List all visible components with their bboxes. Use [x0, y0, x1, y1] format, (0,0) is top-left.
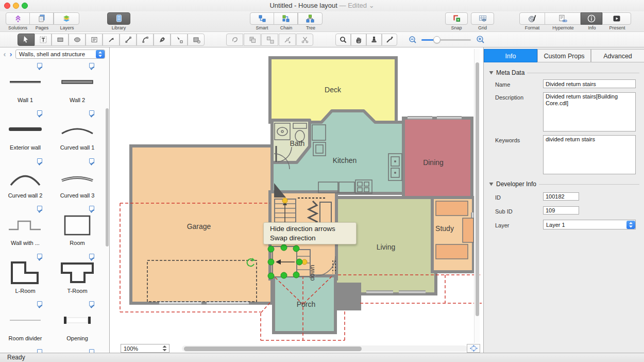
chain-button[interactable]: [274, 12, 298, 25]
text-tool[interactable]: [35, 34, 52, 46]
group-tool[interactable]: [244, 34, 261, 46]
developer-info-section-header[interactable]: Developer Info: [489, 180, 639, 188]
keywords-input[interactable]: divided return stairs: [543, 135, 636, 174]
tab-advanced[interactable]: Advanced: [591, 49, 644, 62]
canvas-zoom-select[interactable]: 100%: [121, 344, 170, 353]
rectangle-tool[interactable]: [52, 34, 69, 46]
tab-info[interactable]: Info: [484, 49, 537, 62]
pen-tool[interactable]: [154, 34, 171, 46]
item-checkbox[interactable]: [89, 63, 94, 68]
present-button[interactable]: [602, 12, 631, 25]
select-tool[interactable]: [18, 34, 35, 46]
item-checkbox[interactable]: [89, 349, 94, 353]
library-item-opening[interactable]: Opening: [53, 301, 102, 348]
library-item-wall-1[interactable]: Wall 1: [1, 63, 50, 109]
pan-view-button[interactable]: [467, 344, 480, 353]
layers-button[interactable]: [54, 12, 79, 25]
scissors-tool[interactable]: [296, 34, 313, 46]
item-checkbox[interactable]: [37, 254, 42, 259]
library-button[interactable]: [107, 12, 130, 25]
collapse-triangle-icon[interactable]: [489, 71, 494, 75]
pan-tool[interactable]: [351, 34, 366, 46]
description-input[interactable]: Divided return stairs[Building Core.cdl]: [543, 92, 636, 131]
menu-item-swap-direction[interactable]: Swap direction: [270, 234, 350, 243]
library-item-partial[interactable]: [53, 349, 102, 353]
grid-button[interactable]: [471, 12, 494, 25]
room-dining[interactable]: [403, 118, 472, 198]
arc-tool[interactable]: [137, 34, 154, 46]
meta-data-section-header[interactable]: Meta Data: [489, 69, 639, 76]
info-button[interactable]: [581, 12, 602, 25]
drawing-canvas[interactable]: Deck Bath Kitchen Dining Garage Study Li…: [110, 47, 483, 353]
library-item-curved-wall-3[interactable]: Curved wall 3: [53, 158, 102, 205]
subid-input[interactable]: [543, 206, 579, 215]
item-checkbox[interactable]: [37, 110, 42, 116]
zoom-tool[interactable]: [335, 34, 351, 46]
hypernote-icon: [557, 14, 568, 23]
library-item-exterior-wall[interactable]: Exterior wall: [1, 110, 50, 157]
stamp-tool[interactable]: [366, 34, 382, 46]
ungroup-tool[interactable]: [261, 34, 278, 46]
library-item-wall-2[interactable]: Wall 2: [53, 63, 102, 109]
item-checkbox[interactable]: [37, 158, 42, 163]
item-checkbox[interactable]: [89, 254, 94, 259]
item-checkbox[interactable]: [89, 206, 94, 211]
library-category-select[interactable]: Walls, shell and structure: [15, 50, 105, 59]
forward-chevron-icon[interactable]: ›: [8, 50, 14, 58]
line-tool[interactable]: [120, 34, 137, 46]
tab-custom-props[interactable]: Custom Props: [537, 49, 591, 62]
category-stepper-icon[interactable]: [96, 50, 105, 58]
name-input[interactable]: [543, 79, 636, 88]
format-button[interactable]: [519, 12, 545, 25]
arrow-tool[interactable]: [103, 34, 120, 46]
endpoint-handle[interactable]: [282, 198, 287, 203]
item-checkbox[interactable]: [89, 110, 94, 116]
zoom-out-icon[interactable]: [409, 36, 417, 44]
library-item-curved-wall-2[interactable]: Curved wall 2: [1, 158, 50, 205]
item-checkbox[interactable]: [37, 349, 42, 353]
layer-select[interactable]: Layer 1: [543, 220, 636, 229]
library-item-wall-with[interactable]: Wall with ...: [1, 206, 50, 252]
back-chevron-icon[interactable]: ‹: [2, 50, 8, 58]
stairs-direction-label: down: [308, 265, 316, 281]
item-checkbox[interactable]: [89, 158, 94, 163]
snap-button[interactable]: [445, 12, 468, 25]
horizontal-scrollbar-thumb[interactable]: [184, 347, 362, 351]
canvas-zoom-value: 100%: [121, 345, 162, 352]
freeform-tool[interactable]: [226, 34, 243, 46]
sidebar-scrollbar[interactable]: [106, 108, 109, 246]
chimney-block[interactable]: [334, 283, 361, 310]
id-input[interactable]: [543, 192, 579, 201]
library-item-curved-wall-1[interactable]: Curved wall 1: [53, 110, 102, 157]
zoom-stepper-icon[interactable]: [162, 345, 167, 352]
hypernote-button[interactable]: [545, 12, 581, 25]
library-item-t-room[interactable]: T-Room: [53, 254, 102, 300]
shape-connector-tool[interactable]: [188, 34, 205, 46]
item-checkbox[interactable]: [37, 63, 42, 68]
solutions-button[interactable]: [6, 12, 30, 25]
eyedropper-tool[interactable]: [382, 34, 397, 46]
ellipse-tool[interactable]: [69, 34, 86, 46]
add-point-tool[interactable]: [279, 34, 296, 46]
library-item-room-divider[interactable]: Room divider: [1, 301, 50, 348]
smart-button[interactable]: [250, 12, 274, 25]
pages-button[interactable]: [29, 12, 54, 25]
zoom-in-icon[interactable]: [476, 35, 485, 44]
horizontal-scrollbar[interactable]: [182, 345, 467, 352]
text-block-tool[interactable]: [86, 34, 103, 46]
title-chevron-icon[interactable]: ⌄: [369, 2, 375, 9]
library-item-room[interactable]: Room: [53, 206, 102, 252]
menu-item-hide-direction-arrows[interactable]: Hide direction arrows: [270, 224, 350, 234]
library-item-partial[interactable]: [1, 349, 50, 353]
tree-button[interactable]: [298, 12, 323, 25]
node-edit-tool[interactable]: [171, 34, 188, 46]
library-item-l-room[interactable]: L-Room: [1, 254, 50, 300]
vertical-scrollbar-thumb[interactable]: [476, 62, 479, 316]
item-checkbox[interactable]: [37, 206, 42, 211]
item-checkbox[interactable]: [89, 301, 94, 306]
layer-stepper-icon[interactable]: [626, 221, 635, 229]
item-checkbox[interactable]: [37, 301, 42, 306]
collapse-triangle-icon[interactable]: [489, 182, 494, 186]
zoom-slider-knob[interactable]: [433, 36, 440, 43]
vertical-scrollbar[interactable]: [474, 49, 480, 343]
